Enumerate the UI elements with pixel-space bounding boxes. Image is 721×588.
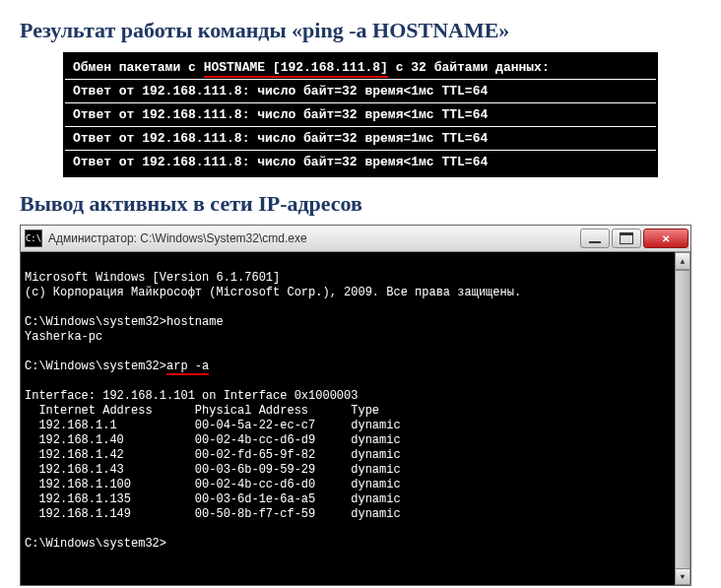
arp-row: 192.168.1.149 00-50-8b-f7-cf-59 dynamic — [25, 507, 401, 521]
prompt-path: C:\Windows\system32> — [25, 315, 166, 329]
arp-row: 192.168.1.42 00-02-fd-65-9f-82 dynamic — [25, 448, 401, 462]
ping-reply-line: Ответ от 192.168.111.8: число байт=32 вр… — [65, 127, 656, 151]
titlebar-text: Администратор: C:\Windows\System32\cmd.e… — [48, 231, 578, 245]
minimize-button[interactable] — [580, 229, 610, 248]
ping-reply-line: Ответ от 192.168.111.8: число байт=32 вр… — [65, 103, 656, 127]
close-button[interactable] — [643, 229, 688, 248]
terminal-body[interactable]: Microsoft Windows [Version 6.1.7601] (c)… — [21, 252, 690, 585]
banner-line: Microsoft Windows [Version 6.1.7601] — [25, 271, 280, 285]
ping-exchange-suffix: с 32 байтами данных: — [388, 60, 550, 75]
arp-row: 192.168.1.135 00-03-6d-1e-6a-a5 dynamic — [25, 492, 401, 506]
maximize-button[interactable] — [612, 229, 641, 248]
ping-reply-line: Ответ от 192.168.111.8: число байт=32 вр… — [65, 151, 656, 173]
heading-arp: Вывод активных в сети IP-адресов — [20, 191, 701, 217]
ping-output-block: Обмен пакетами с HOSTNAME [192.168.111.8… — [63, 51, 658, 177]
scrollbar[interactable]: ▲ ▼ — [675, 252, 690, 585]
prompt-path: C:\Windows\system32> — [25, 537, 166, 551]
ping-exchange-prefix: Обмен пакетами с — [73, 60, 204, 75]
scroll-thumb[interactable] — [675, 270, 690, 569]
ping-reply-line: Ответ от 192.168.111.8: число байт=32 вр… — [65, 80, 656, 103]
arp-row: 192.168.1.1 00-04-5a-22-ec-c7 dynamic — [25, 419, 401, 432]
scroll-track[interactable] — [675, 270, 690, 567]
prompt-path: C:\Windows\system32> — [25, 359, 166, 373]
titlebar: C:\ Администратор: C:\Windows\System32\c… — [21, 226, 690, 252]
window-buttons — [578, 229, 688, 248]
arp-row: 192.168.1.100 00-02-4b-cc-d6-d0 dynamic — [25, 478, 401, 491]
heading-ping: Результат работы команды «ping -a HOSTNA… — [20, 18, 701, 43]
arp-columns-line: Internet Address Physical Address Type — [25, 404, 379, 418]
command-arp: arp -a — [166, 359, 209, 375]
scroll-down-button[interactable]: ▼ — [675, 567, 690, 585]
arp-row: 192.168.1.43 00-03-6b-09-59-29 dynamic — [25, 463, 401, 477]
cmd-icon: C:\ — [25, 229, 42, 247]
scroll-up-button[interactable]: ▲ — [675, 252, 690, 270]
banner-line: (c) Корпорация Майкрософт (Microsoft Cor… — [25, 286, 521, 299]
cmd-window: C:\ Администратор: C:\Windows\System32\c… — [20, 225, 691, 586]
arp-interface-line: Interface: 192.168.1.101 on Interface 0x… — [25, 389, 358, 403]
ping-exchange-line: Обмен пакетами с HOSTNAME [192.168.111.8… — [65, 56, 656, 80]
command-hostname: hostname — [166, 315, 224, 329]
ping-exchange-host: HOSTNAME [192.168.111.8] — [204, 60, 388, 78]
arp-row: 192.168.1.40 00-02-4b-cc-d6-d9 dynamic — [25, 433, 401, 447]
hostname-output: Yasherka-pc — [25, 330, 102, 344]
